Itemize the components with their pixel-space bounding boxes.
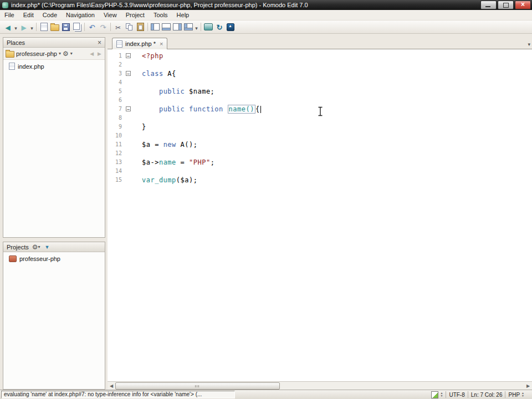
- fold-collapse-icon[interactable]: −: [126, 53, 131, 58]
- statusbar-spinner-icon[interactable]: ▲▼: [440, 392, 443, 397]
- code-line-4[interactable]: 4: [108, 78, 532, 87]
- redo-button[interactable]: [98, 22, 109, 33]
- code-area[interactable]: 1−<?php23−class A{45 public $name;67− pu…: [108, 49, 532, 381]
- code-line-1[interactable]: 1−<?php: [108, 52, 532, 60]
- token: ($a);: [176, 176, 198, 184]
- show-right-pane-button[interactable]: [172, 22, 183, 33]
- places-toolbar: professeur-php ▾ ▾ ◀ ▶: [3, 48, 105, 60]
- menu-code[interactable]: Code: [38, 11, 62, 19]
- minimize-button[interactable]: [480, 1, 497, 9]
- places-gear-icon[interactable]: [63, 50, 69, 58]
- menu-edit[interactable]: Edit: [19, 11, 38, 19]
- language-field[interactable]: PHP: [508, 392, 520, 398]
- open-file-button[interactable]: [49, 22, 60, 33]
- panes-dropdown[interactable]: [194, 22, 199, 33]
- places-current-folder[interactable]: professeur-php: [16, 50, 57, 57]
- toolbar-separator-5: [201, 23, 201, 31]
- code-line-5[interactable]: 5 public $name;: [108, 87, 532, 96]
- projects-widget-dropdown-icon[interactable]: ▼: [45, 244, 50, 250]
- sync-button[interactable]: [214, 22, 225, 33]
- code-line-8[interactable]: 8: [108, 114, 532, 122]
- syntax-status-icon[interactable]: [431, 391, 438, 398]
- places-back-icon[interactable]: ◀: [89, 51, 95, 57]
- menu-project[interactable]: Project: [121, 11, 149, 19]
- line-number: 11: [108, 140, 124, 149]
- forward-button[interactable]: [18, 22, 29, 33]
- code-line-6[interactable]: 6: [108, 96, 532, 105]
- fold-margin: [124, 122, 133, 131]
- code-text: $a->name = "PHP";: [133, 158, 214, 167]
- tab-close-icon[interactable]: ×: [160, 40, 163, 47]
- back-history-dropdown[interactable]: [13, 22, 18, 33]
- save-icon: [62, 23, 70, 31]
- places-gear-dropdown-icon[interactable]: ▾: [70, 51, 73, 56]
- fold-margin: −: [124, 69, 133, 78]
- code-text: $a = new A();: [133, 140, 197, 149]
- token: name(): [228, 105, 255, 114]
- code-line-9[interactable]: 9}: [108, 122, 532, 131]
- encoding-field[interactable]: UTF-8: [449, 392, 464, 398]
- code-line-14[interactable]: 14: [108, 167, 532, 176]
- code-line-10[interactable]: 10: [108, 131, 532, 140]
- maximize-button[interactable]: [498, 1, 514, 9]
- code-line-3[interactable]: 3−class A{: [108, 69, 532, 78]
- sidebar: Places × professeur-php ▾ ▾ ◀ ▶: [0, 34, 105, 390]
- code-line-15[interactable]: 15var_dump($a);: [108, 176, 532, 185]
- paste-button[interactable]: [135, 22, 146, 33]
- preview-in-browser-button[interactable]: [203, 22, 214, 33]
- undo-button[interactable]: [86, 22, 98, 33]
- menu-help[interactable]: Help: [172, 11, 194, 19]
- cut-button[interactable]: [112, 22, 124, 33]
- scroll-right-icon[interactable]: ▶: [524, 382, 532, 390]
- language-dropdown-icon[interactable]: ▲▼: [521, 392, 524, 397]
- toolbar: [0, 21, 532, 34]
- projects-gear-icon[interactable]: [32, 243, 38, 251]
- menu-navigation[interactable]: Navigation: [62, 11, 99, 19]
- copy-icon: [126, 23, 133, 30]
- scroll-left-icon[interactable]: ◀: [108, 382, 115, 390]
- fold-collapse-icon[interactable]: −: [126, 71, 131, 76]
- code-line-2[interactable]: 2: [108, 60, 532, 69]
- toolbar-separator-1: [36, 23, 37, 31]
- folder-icon: [6, 51, 14, 58]
- save-all-button[interactable]: [71, 22, 83, 33]
- menu-file[interactable]: File: [0, 11, 19, 19]
- toolbar-separator-4: [147, 23, 148, 31]
- tab-list-dropdown-icon[interactable]: ▾: [528, 42, 530, 47]
- show-bottom-pane-button[interactable]: [161, 22, 172, 33]
- projects-gear-dropdown-icon[interactable]: ▾: [38, 244, 40, 249]
- close-button[interactable]: [515, 1, 531, 9]
- code-line-13[interactable]: 13$a->name = "PHP";: [108, 158, 532, 167]
- show-all-panes-button[interactable]: [183, 22, 194, 33]
- show-left-pane-button[interactable]: [150, 22, 161, 33]
- new-file-button[interactable]: [38, 22, 49, 33]
- menu-view[interactable]: View: [99, 11, 121, 19]
- code-line-7[interactable]: 7− public function name(){: [108, 105, 532, 114]
- places-folder-dropdown-icon[interactable]: ▾: [59, 51, 61, 56]
- token: $name;: [185, 88, 214, 95]
- fold-collapse-icon[interactable]: −: [126, 106, 131, 111]
- code-text: [133, 131, 142, 140]
- project-item-professeur-php[interactable]: professeur-php: [3, 254, 105, 263]
- project-item-label: professeur-php: [19, 255, 60, 262]
- save-button[interactable]: [60, 22, 71, 33]
- tab-index-php[interactable]: index.php * ×: [112, 38, 167, 49]
- paste-icon: [137, 23, 144, 31]
- horizontal-scrollbar[interactable]: ◀ ▶: [108, 381, 532, 390]
- fold-margin: [124, 87, 133, 96]
- toolbar-separator-3: [110, 23, 111, 31]
- code-line-11[interactable]: 11$a = new A();: [108, 140, 532, 149]
- forward-history-dropdown[interactable]: [29, 22, 34, 33]
- scrollbar-track[interactable]: [115, 382, 524, 389]
- tree-item-index-php[interactable]: index.php: [3, 62, 105, 71]
- line-number: 7: [108, 105, 124, 114]
- copy-button[interactable]: [124, 22, 135, 33]
- back-button[interactable]: [2, 22, 13, 33]
- code-line-12[interactable]: 12: [108, 149, 532, 158]
- menu-tools[interactable]: Tools: [149, 11, 172, 19]
- komodo-app-icon: [2, 2, 8, 8]
- places-close-icon[interactable]: ×: [96, 40, 103, 45]
- places-forward-icon[interactable]: ▶: [96, 51, 103, 57]
- scrollbar-thumb[interactable]: [115, 382, 280, 390]
- publish-button[interactable]: [225, 22, 236, 33]
